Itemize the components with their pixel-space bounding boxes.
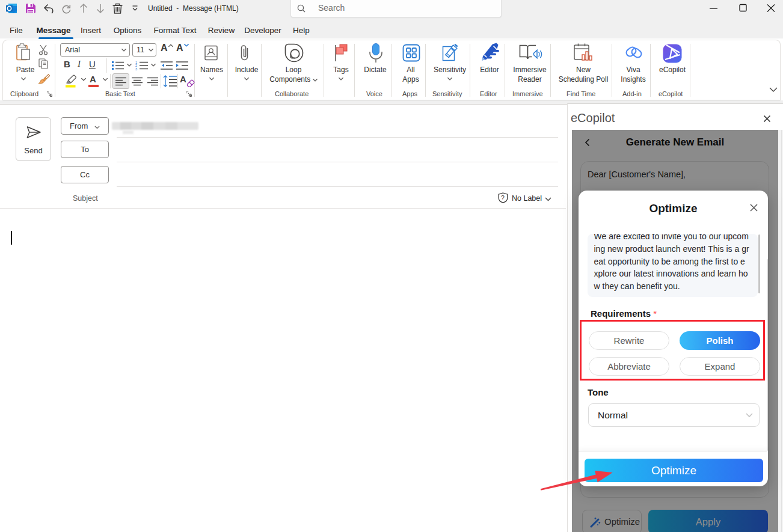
svg-text:3: 3: [135, 67, 137, 70]
svg-text:?: ?: [501, 194, 505, 201]
